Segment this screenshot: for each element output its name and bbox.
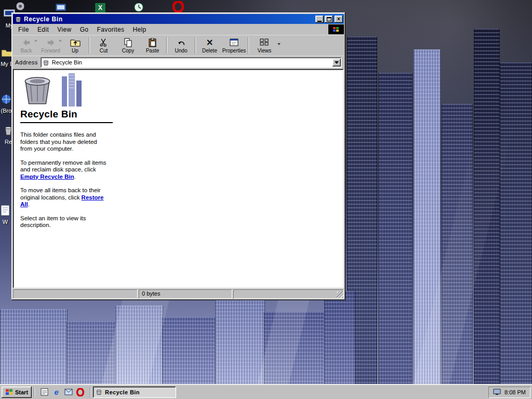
quick-launch: e: [37, 388, 88, 396]
empty-recycle-bin-link[interactable]: Empty Recycle Bin: [20, 174, 74, 180]
clipboard-icon: [149, 37, 157, 47]
skyline-artwork: [62, 73, 84, 107]
properties-icon: [230, 37, 239, 47]
title-rule: [20, 122, 113, 123]
desktop-shortcut-clock-icon[interactable]: [130, 0, 148, 12]
internet-explorer-icon[interactable]: e: [52, 388, 61, 396]
info-paragraph: This folder contains files and folders t…: [20, 131, 110, 153]
outlook-express-icon[interactable]: [64, 388, 73, 396]
undo-icon: [177, 37, 186, 47]
status-size: 0 bytes: [139, 289, 232, 299]
forward-dropdown-icon[interactable]: [59, 40, 62, 42]
properties-button[interactable]: Properties: [222, 36, 246, 55]
recycle-bin-icon: [43, 59, 49, 66]
menu-view[interactable]: View: [53, 25, 75, 34]
taskbar-divider: [90, 387, 91, 397]
desktop-shortcut-opera-icon[interactable]: [169, 0, 187, 12]
svg-text:X: X: [98, 4, 102, 11]
back-icon: [22, 37, 31, 47]
tray-clock[interactable]: 8:08 PM: [504, 389, 526, 395]
toolbar-separator: [89, 37, 90, 54]
paste-button[interactable]: Paste: [140, 36, 165, 55]
document-icon: [0, 204, 12, 217]
views-dropdown-icon[interactable]: [277, 43, 281, 45]
recycle-bin-icon: [15, 16, 22, 23]
window-titlebar[interactable]: Recycle Bin ×: [13, 14, 344, 24]
resize-grip[interactable]: [337, 291, 343, 298]
address-combobox[interactable]: Recycle Bin: [41, 57, 342, 68]
delete-button[interactable]: × Delete: [197, 36, 222, 55]
back-dropdown-icon[interactable]: [34, 40, 37, 42]
menu-file[interactable]: File: [14, 25, 33, 34]
delete-x-icon: ×: [206, 37, 213, 47]
views-button[interactable]: Views: [250, 36, 278, 55]
minimize-button[interactable]: [315, 16, 324, 23]
back-button[interactable]: Back: [14, 36, 38, 55]
views-grid-icon: [260, 37, 269, 47]
opera-icon[interactable]: [76, 388, 85, 396]
address-dropdown-button[interactable]: [332, 59, 341, 66]
maximize-icon: [327, 17, 331, 21]
status-pane-left: [13, 289, 138, 299]
forward-icon: [46, 37, 56, 47]
taskbar: Start e Recycle Bin 8:08 PM: [0, 384, 532, 399]
building: [500, 62, 532, 384]
desktop-shortcut-app-icon[interactable]: [52, 0, 70, 12]
address-bar: Address Recycle Bin: [13, 56, 344, 69]
minimize-icon: [317, 21, 322, 22]
desktop-shortcut-spreadsheet-icon[interactable]: X: [91, 0, 109, 12]
copy-button[interactable]: Copy: [116, 36, 140, 55]
building: [324, 291, 355, 384]
windows-flag-icon: [332, 26, 340, 33]
spreadsheet-icon: X: [95, 3, 105, 12]
recycle-bin-artwork: [20, 73, 135, 108]
folder-content-pane[interactable]: Recycle Bin This folder contains files a…: [13, 69, 344, 288]
copy-icon: [124, 37, 133, 47]
menu-help[interactable]: Help: [128, 25, 150, 34]
system-tray: 8:08 PM: [488, 387, 530, 398]
undo-button[interactable]: Undo: [169, 36, 193, 55]
menu-edit[interactable]: Edit: [33, 25, 53, 34]
menu-go[interactable]: Go: [76, 25, 93, 34]
toolbar-separator: [166, 37, 167, 54]
info-paragraph: To permanently remove all items and recl…: [20, 159, 110, 181]
start-button[interactable]: Start: [2, 387, 32, 398]
close-button[interactable]: ×: [335, 16, 343, 23]
scissors-icon: [99, 37, 108, 47]
menu-favorites[interactable]: Favorites: [92, 25, 128, 34]
cut-button[interactable]: Cut: [91, 36, 116, 55]
maximize-button[interactable]: [325, 16, 333, 23]
show-desktop-icon[interactable]: [40, 388, 49, 396]
forward-button[interactable]: Forward: [38, 36, 63, 55]
toolbar-separator: [195, 37, 196, 54]
status-bar: 0 bytes: [13, 288, 344, 299]
building: [162, 317, 216, 384]
tray-display-icon[interactable]: [493, 389, 501, 395]
recycle-bin-large-icon: [20, 73, 55, 105]
opera-icon: [172, 1, 184, 12]
toolbar: Back Forward Up Cut Copy Paste: [13, 35, 344, 56]
building: [0, 309, 68, 384]
toolbar-separator: [248, 37, 249, 54]
up-folder-icon: [70, 37, 81, 47]
address-label: Address: [15, 59, 38, 65]
desktop: X My My D (Bro Re W Recycle Bin: [0, 0, 532, 399]
windows-flag-icon: [5, 389, 13, 395]
recycle-bin-window: Recycle Bin × File Edit View Go Favorite…: [11, 12, 345, 300]
webview-info-panel: Recycle Bin This folder contains files a…: [20, 73, 135, 236]
address-value: Recycle Bin: [52, 59, 330, 65]
info-paragraph: Select an item to view its description.: [20, 215, 110, 229]
menu-bar: File Edit View Go Favorites Help: [13, 24, 344, 35]
windows-logo-throbber: [328, 24, 344, 34]
taskbar-divider: [34, 387, 35, 397]
taskbar-task-recycle-bin[interactable]: Recycle Bin: [93, 387, 176, 398]
status-pane-right: [233, 289, 344, 299]
recycle-bin-icon: [96, 389, 102, 395]
up-button[interactable]: Up: [63, 36, 87, 55]
info-paragraph: To move all items back to their original…: [20, 187, 110, 208]
application-icon: [55, 3, 66, 12]
building: [215, 300, 265, 384]
clock-icon: [134, 3, 144, 12]
close-icon: ×: [337, 16, 340, 22]
chevron-down-icon: [335, 61, 339, 64]
